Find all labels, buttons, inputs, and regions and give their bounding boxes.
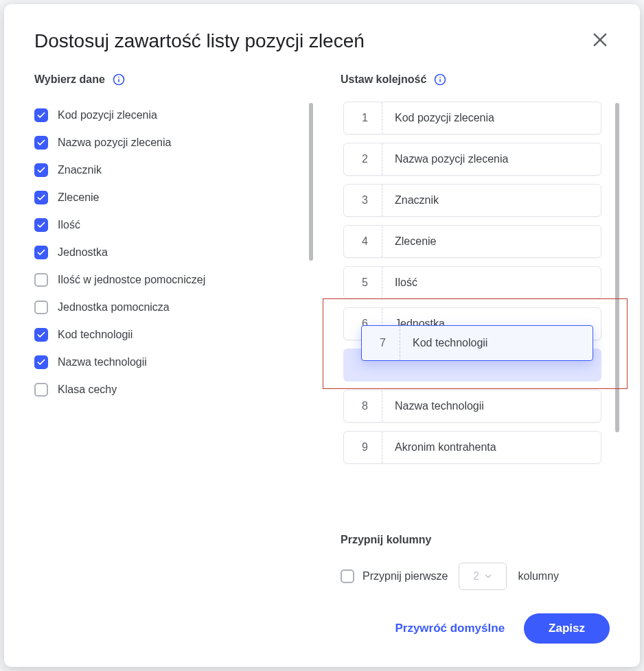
checkbox-label: Klasa cechy xyxy=(58,384,117,396)
data-field-row[interactable]: Kod technologii xyxy=(34,321,303,349)
order-card[interactable]: 4Zlecenie xyxy=(343,225,601,258)
checkbox[interactable] xyxy=(34,163,48,177)
checkbox[interactable] xyxy=(34,328,48,342)
checkbox[interactable] xyxy=(34,108,48,122)
chevron-down-icon xyxy=(483,572,493,581)
checkbox[interactable] xyxy=(34,218,48,232)
order-number: 5 xyxy=(348,267,382,298)
info-icon[interactable] xyxy=(112,73,126,86)
checkbox[interactable] xyxy=(34,355,48,369)
order-card[interactable]: 9Akronim kontrahenta xyxy=(343,431,601,464)
checkbox-label: Nazwa technologii xyxy=(58,356,147,368)
pin-checkbox[interactable] xyxy=(341,569,354,583)
pin-columns-title: Przypnij kolumny xyxy=(341,534,589,546)
data-field-row[interactable]: Nazwa pozycji zlecenia xyxy=(34,129,303,156)
order-item-label: Akronim kontrahenta xyxy=(382,441,496,454)
data-field-row[interactable]: Jednostka pomocnicza xyxy=(34,294,303,321)
checkbox-label: Zlecenie xyxy=(58,191,99,204)
checkbox[interactable] xyxy=(34,136,48,150)
checkbox-label: Ilość w jednostce pomocniczej xyxy=(58,274,205,286)
data-field-row[interactable]: Klasa cechy xyxy=(34,376,303,403)
scrollbar[interactable] xyxy=(615,103,619,432)
reset-button[interactable]: Przywróć domyślne xyxy=(395,622,505,635)
order-list[interactable]: 1Kod pozycji zlecenia2Nazwa pozycji zlec… xyxy=(341,102,610,515)
checkbox-label: Jednostka pomocnicza xyxy=(58,301,170,314)
data-field-row[interactable]: Jednostka xyxy=(34,239,303,266)
pin-suffix-label: kolumny xyxy=(518,570,559,582)
data-field-row[interactable]: Nazwa technologii xyxy=(34,349,303,376)
select-data-label: Wybierz dane xyxy=(34,73,105,86)
order-card[interactable]: 2Nazwa pozycji zlecenia xyxy=(343,143,601,176)
dragging-card[interactable]: 7 Kod technologii xyxy=(361,325,593,361)
order-number: 3 xyxy=(348,185,382,216)
scrollbar[interactable] xyxy=(309,103,313,261)
order-item-label: Nazwa technologii xyxy=(382,400,484,412)
order-card[interactable]: 1Kod pozycji zlecenia xyxy=(343,102,601,134)
data-field-row[interactable]: Znacznik xyxy=(34,156,303,184)
checkbox-label: Kod pozycji zlecenia xyxy=(58,109,157,121)
order-number: 8 xyxy=(348,390,382,422)
pin-count-select[interactable]: 2 xyxy=(459,563,507,590)
checkbox-label: Kod technologii xyxy=(58,329,133,341)
order-item-label: Nazwa pozycji zlecenia xyxy=(382,153,508,165)
save-button[interactable]: Zapisz xyxy=(524,613,610,644)
close-icon[interactable] xyxy=(590,30,610,49)
order-number: 7 xyxy=(366,326,400,360)
checkbox[interactable] xyxy=(34,191,48,204)
order-item-label: Ilość xyxy=(382,276,417,289)
order-item-label: Znacznik xyxy=(382,194,439,207)
order-label: Ustaw kolejność xyxy=(341,73,426,86)
order-item-label: Kod pozycji zlecenia xyxy=(382,112,494,124)
checkbox[interactable] xyxy=(34,383,48,397)
order-number: 1 xyxy=(348,102,382,134)
data-field-row[interactable]: Ilość xyxy=(34,211,303,239)
checkbox[interactable] xyxy=(34,273,48,287)
checkbox-label: Nazwa pozycji zlecenia xyxy=(58,137,171,149)
data-field-row[interactable]: Ilość w jednostce pomocniczej xyxy=(34,266,303,294)
checkbox-label: Jednostka xyxy=(58,246,108,259)
data-field-row[interactable]: Zlecenie xyxy=(34,184,303,211)
svg-point-4 xyxy=(118,77,119,78)
data-field-list[interactable]: Kod pozycji zleceniaNazwa pozycji zlecen… xyxy=(34,102,303,458)
order-card[interactable]: 3Znacznik xyxy=(343,184,601,217)
order-number: 9 xyxy=(348,432,382,463)
order-number: 4 xyxy=(348,226,382,257)
checkbox[interactable] xyxy=(34,246,48,259)
order-card[interactable]: 8Nazwa technologii xyxy=(343,390,601,423)
order-item-label: Zlecenie xyxy=(382,235,436,248)
data-field-row[interactable]: Kod pozycji zlecenia xyxy=(34,102,303,129)
pin-checkbox-label: Przypnij pierwsze xyxy=(363,570,448,582)
order-item-label: Kod technologii xyxy=(400,337,487,349)
svg-point-7 xyxy=(440,77,441,78)
order-number: 2 xyxy=(348,143,382,175)
checkbox-label: Znacznik xyxy=(58,164,102,176)
checkbox[interactable] xyxy=(34,301,48,314)
modal-title: Dostosuj zawartość listy pozycji zleceń xyxy=(34,30,365,52)
info-icon[interactable] xyxy=(433,73,447,86)
customize-columns-modal: Dostosuj zawartość listy pozycji zleceń … xyxy=(4,4,640,667)
checkbox-label: Ilość xyxy=(58,219,80,231)
order-card[interactable]: 5Ilość xyxy=(343,266,601,299)
